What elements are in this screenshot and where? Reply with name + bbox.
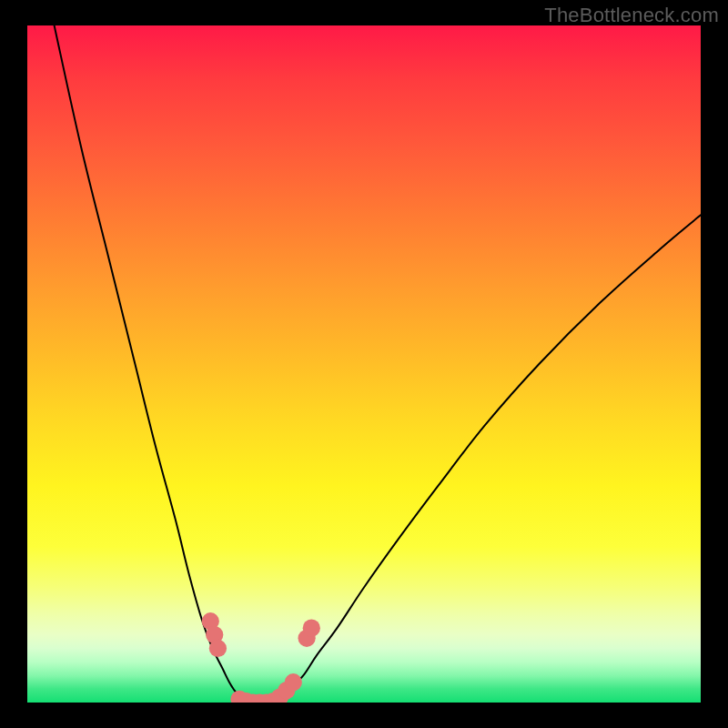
- curve-left-curve: [55, 25, 257, 703]
- marker-dot: [209, 640, 227, 657]
- watermark-text: TheBottleneck.com: [544, 4, 719, 27]
- marker-dot: [303, 620, 320, 637]
- curves-group: [55, 25, 701, 703]
- marker-dot: [285, 673, 302, 691]
- plot-area: [27, 25, 701, 703]
- chart-frame: TheBottleneck.com: [0, 0, 728, 728]
- chart-svg: [27, 25, 701, 703]
- markers-group: [202, 612, 320, 703]
- curve-right-curve: [269, 215, 701, 703]
